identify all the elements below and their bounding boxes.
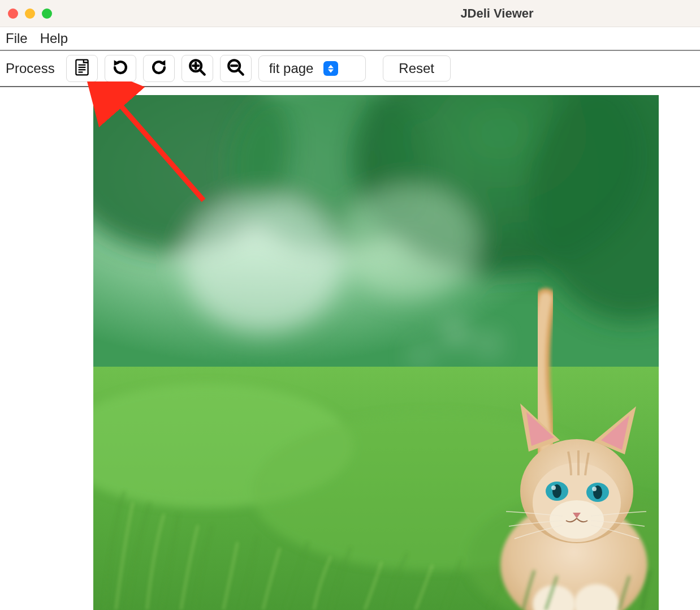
svg-point-24 [479,334,499,354]
window-title: JDeli Viewer [460,6,533,21]
close-window-button[interactable] [8,8,18,19]
svg-point-22 [342,186,478,299]
minimize-window-button[interactable] [25,8,35,19]
rotate-cw-button[interactable] [143,55,175,82]
toolbar: Process [0,51,700,87]
zoom-select-value: fit page [269,61,314,76]
svg-marker-15 [328,69,334,72]
loaded-image [93,95,659,610]
svg-point-23 [443,320,468,345]
select-arrows-icon [323,61,338,76]
menu-file[interactable]: File [6,31,28,46]
svg-point-25 [412,346,430,364]
rotate-ccw-button[interactable] [105,55,136,82]
image-viewport [0,87,700,610]
reset-button[interactable]: Reset [383,55,451,81]
rotate-ccw-icon [111,58,130,79]
svg-line-8 [200,70,205,75]
svg-line-12 [238,70,243,75]
zoom-out-button[interactable] [220,55,252,82]
svg-point-21 [184,197,342,333]
process-label: Process [6,61,55,76]
window-controls [8,8,52,19]
maximize-window-button[interactable] [42,8,52,19]
reset-button-label: Reset [399,61,434,76]
svg-point-41 [592,487,597,491]
svg-point-38 [551,486,556,490]
zoom-in-icon [188,58,207,79]
svg-point-35 [550,500,604,539]
zoom-in-button[interactable] [182,55,213,82]
document-icon [72,58,92,79]
menu-bar: File Help [0,27,700,51]
process-document-button[interactable] [66,55,98,82]
zoom-select[interactable]: fit page [258,55,366,81]
zoom-out-icon [226,58,245,79]
rotate-cw-icon [149,58,168,79]
menu-help[interactable]: Help [40,31,68,46]
svg-marker-14 [328,65,334,68]
title-bar: JDeli Viewer [0,0,700,27]
